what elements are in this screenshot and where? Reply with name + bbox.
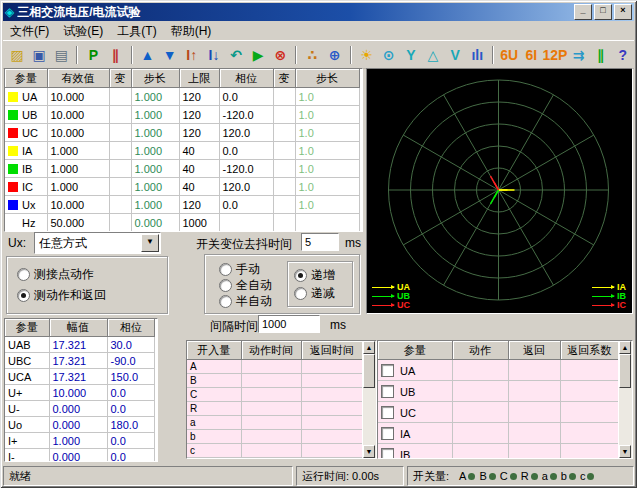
- run-mode-radio[interactable]: 手动: [219, 261, 260, 278]
- vary-cell[interactable]: [109, 142, 131, 160]
- ux-mode-select[interactable]: 任意方式 ▼: [34, 232, 161, 254]
- titlebar[interactable]: ◈ 三相交流电压/电流试验 _ □ ×: [3, 3, 634, 21]
- vary-cell-2[interactable]: [273, 142, 295, 160]
- limit-cell[interactable]: 120: [179, 196, 219, 214]
- dropdown-arrow-icon[interactable]: ▼: [141, 234, 159, 252]
- step-cell-2[interactable]: [295, 214, 360, 232]
- phase-cell[interactable]: 120.0: [219, 178, 273, 196]
- run-mode-radio[interactable]: 半自动: [219, 293, 272, 310]
- undo-button[interactable]: ↶: [225, 43, 247, 67]
- debounce-input[interactable]: [301, 233, 339, 251]
- phase-cell[interactable]: 0.0: [219, 142, 273, 160]
- value-cell[interactable]: 10.000: [47, 124, 109, 142]
- checkbox[interactable]: [381, 448, 394, 460]
- vary-cell-2[interactable]: [273, 160, 295, 178]
- checkbox[interactable]: [381, 385, 394, 398]
- vector-circle-button[interactable]: ⊙: [378, 43, 400, 67]
- start-button[interactable]: ▶: [247, 43, 269, 67]
- lower-button[interactable]: ▼: [159, 43, 181, 67]
- scroll-up-icon[interactable]: ▲: [363, 341, 375, 354]
- vary-cell[interactable]: [109, 178, 131, 196]
- menu-file[interactable]: 文件(F): [3, 22, 56, 41]
- interval-input[interactable]: [258, 315, 320, 333]
- scroll-down-icon[interactable]: ▼: [363, 445, 375, 458]
- menu-tools[interactable]: 工具(T): [110, 22, 163, 41]
- wye-button[interactable]: Y: [400, 43, 422, 67]
- step-cell-2[interactable]: 1.0: [295, 106, 360, 124]
- step-cell[interactable]: 1.000: [131, 88, 179, 106]
- minimize-button[interactable]: _: [574, 4, 592, 20]
- close-button[interactable]: ×: [614, 4, 632, 20]
- phase-cell[interactable]: [219, 214, 273, 232]
- six-i-button[interactable]: 6I: [520, 43, 542, 67]
- vary-cell[interactable]: [109, 124, 131, 142]
- phase-cell[interactable]: 120.0: [219, 124, 273, 142]
- step-cell[interactable]: 1.000: [131, 196, 179, 214]
- six-u-button[interactable]: 6U: [498, 43, 520, 67]
- step-cell-2[interactable]: 1.0: [295, 88, 360, 106]
- delta-button[interactable]: △: [422, 43, 444, 67]
- vary-cell-2[interactable]: [273, 196, 295, 214]
- checkbox[interactable]: [381, 406, 394, 419]
- save-button[interactable]: ▣: [28, 43, 50, 67]
- current-lower-button[interactable]: I↓: [203, 43, 225, 67]
- vary-cell[interactable]: [109, 214, 131, 232]
- zoom-button[interactable]: ⊕: [323, 43, 345, 67]
- menu-test[interactable]: 试验(E): [56, 22, 110, 41]
- value-cell[interactable]: 1.000: [47, 142, 109, 160]
- direction-radio[interactable]: 递减: [294, 285, 335, 302]
- limit-cell[interactable]: 1000: [179, 214, 219, 232]
- run-mode-radio[interactable]: 全自动: [219, 277, 272, 294]
- mode-radio[interactable]: 测动作和返回: [17, 287, 106, 304]
- step-cell[interactable]: 0.000: [131, 214, 179, 232]
- stop-button[interactable]: ⊗: [269, 43, 291, 67]
- scrollbar[interactable]: ▲ ▼: [618, 341, 632, 458]
- vary-cell-2[interactable]: [273, 178, 295, 196]
- value-cell[interactable]: 10.000: [47, 196, 109, 214]
- open-button[interactable]: ▨: [6, 43, 28, 67]
- raise-button[interactable]: ▲: [136, 43, 158, 67]
- limit-cell[interactable]: 40: [179, 178, 219, 196]
- checkbox[interactable]: [381, 427, 394, 440]
- print-button[interactable]: ▤: [50, 43, 72, 67]
- scroll-thumb[interactable]: [363, 354, 375, 388]
- vary-cell[interactable]: [109, 160, 131, 178]
- vary-cell-2[interactable]: [273, 124, 295, 142]
- vary-cell-2[interactable]: [273, 88, 295, 106]
- phasor-button[interactable]: ∴: [301, 43, 323, 67]
- current-raise-button[interactable]: I↑: [181, 43, 203, 67]
- step-cell-2[interactable]: 1.0: [295, 160, 360, 178]
- limit-cell[interactable]: 120: [179, 106, 219, 124]
- parameter-button[interactable]: P: [82, 43, 104, 67]
- step-cell[interactable]: 1.000: [131, 124, 179, 142]
- flash-button[interactable]: ☀: [355, 43, 377, 67]
- scrollbar[interactable]: ▲ ▼: [362, 341, 376, 458]
- sequence-button[interactable]: ⇉: [567, 43, 589, 67]
- vary-cell[interactable]: [109, 196, 131, 214]
- vary-cell-2[interactable]: [273, 214, 295, 232]
- help-button[interactable]: ?: [612, 43, 634, 67]
- limit-cell[interactable]: 40: [179, 142, 219, 160]
- step-cell-2[interactable]: 1.0: [295, 178, 360, 196]
- limit-cell[interactable]: 120: [179, 124, 219, 142]
- step-cell[interactable]: 1.000: [131, 160, 179, 178]
- twelve-p-button[interactable]: 12P: [542, 43, 567, 67]
- step-cell[interactable]: 1.000: [131, 178, 179, 196]
- scroll-up-icon[interactable]: ▲: [619, 341, 631, 354]
- phase-cell[interactable]: -120.0: [219, 106, 273, 124]
- step-cell-2[interactable]: 1.0: [295, 142, 360, 160]
- mode-radio[interactable]: 测接点动作: [17, 266, 94, 283]
- scroll-thumb[interactable]: [619, 354, 631, 388]
- phase-cell[interactable]: 0.0: [219, 88, 273, 106]
- value-cell[interactable]: 50.000: [47, 214, 109, 232]
- vary-cell[interactable]: [109, 106, 131, 124]
- phase-cell[interactable]: -120.0: [219, 160, 273, 178]
- vary-cell[interactable]: [109, 88, 131, 106]
- value-cell[interactable]: 10.000: [47, 88, 109, 106]
- menu-help[interactable]: 帮助(H): [164, 22, 219, 41]
- step-cell-2[interactable]: 1.0: [295, 124, 360, 142]
- checkbox[interactable]: [381, 364, 394, 377]
- limit-cell[interactable]: 120: [179, 88, 219, 106]
- phase-cell[interactable]: 0.0: [219, 196, 273, 214]
- maximize-button[interactable]: □: [594, 4, 612, 20]
